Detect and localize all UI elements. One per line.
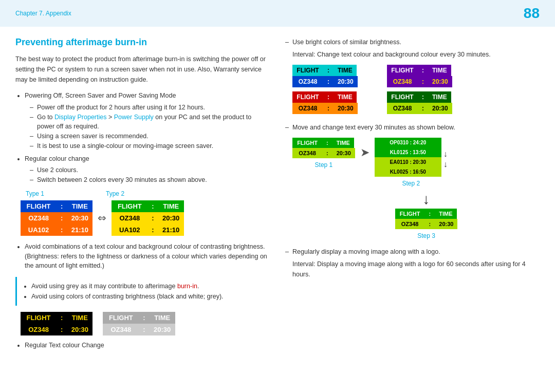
fb-cell: : <box>57 224 67 236</box>
steps-section: FLIGHT : TIME OZ348 : 20:30 Step 1 ➤ <box>292 138 540 239</box>
burnin-link[interactable]: burn-in <box>177 283 197 290</box>
step3-down-arrow-icon: ↓ <box>423 192 430 207</box>
fb-cell: FLIGHT <box>103 312 139 324</box>
warning-item-1: Avoid using grey as it may contribute to… <box>31 281 264 291</box>
fb-cell: OZ348 <box>292 76 323 87</box>
bullet-text-color-text: Regular Text colour Change <box>25 342 104 349</box>
chapter-label: Chapter 7. Appendix <box>15 10 71 17</box>
step2-board: OP0310 : 24:20 KL0125 : 13:50 EA0110 : 2… <box>375 138 441 177</box>
fb-cell: : <box>418 91 428 103</box>
fb-cell: FLIGHT <box>387 91 418 103</box>
fb-cell: 20:30 <box>334 103 358 114</box>
power-supply-link[interactable]: Power Supply <box>114 114 154 121</box>
main-content: Preventing afterimage burn-in The best w… <box>0 27 555 366</box>
sub-item-2: Go to Display Properties > Power Supply … <box>30 113 270 132</box>
step3-wrap: ↓ FLIGHT : TIME OZ348 : 20:30 Step 3 <box>313 192 540 239</box>
fb-cell: TIME <box>158 200 184 212</box>
color-board-1: FLIGHT : TIME OZ348 : 20:30 <box>292 65 383 87</box>
fb-cell: FLIGHT <box>387 65 418 76</box>
bullet-contrast-text: Avoid combinations of a text colour and … <box>25 243 267 270</box>
fb-cell: OZ348 <box>387 76 418 87</box>
fb-cell: OZ348 <box>103 324 139 335</box>
right-bullet-2-text: Move and change text every 30 minutes as… <box>292 124 455 131</box>
type1-label: Type 1 <box>26 190 44 197</box>
fb-cell: : <box>57 324 67 335</box>
color-board-3: FLIGHT : TIME OZ348 : 20:30 <box>292 91 383 114</box>
fb-cell: : <box>322 148 332 158</box>
flight-board-type1: FLIGHT : TIME OZ348 : 20:30 UA102 : 21:1… <box>21 200 92 236</box>
fb-cell: : <box>57 200 67 212</box>
bullet-power: Powering Off, Screen Saver and Power Sav… <box>25 91 270 151</box>
bullet-text-color: Regular Text colour Change <box>25 341 270 350</box>
sub-item-1: Power off the product for 2 hours after … <box>30 103 270 113</box>
fb-cell: 21:10 <box>158 224 184 236</box>
contrast-boards-row: FLIGHT : TIME OZ348 : 20:30 FLIGHT : TIM… <box>21 312 270 335</box>
step3-board: FLIGHT : TIME OZ348 : 20:30 <box>395 209 458 229</box>
fb-cell: FLIGHT <box>21 312 57 324</box>
fb-cell: : <box>323 65 334 76</box>
fb-cell: FLIGHT <box>292 138 322 148</box>
fb-cell: OZ348 <box>387 103 418 114</box>
steps-flow-row: FLIGHT : TIME OZ348 : 20:30 Step 1 ➤ <box>292 138 540 187</box>
fb-cell: OP0310 : 24:20 <box>375 138 441 147</box>
fb-cell: FLIGHT <box>21 200 57 212</box>
fb-cell: : <box>57 212 67 224</box>
swap-arrow-icon: ⇔ <box>98 212 106 224</box>
bullet-contrast: Avoid combinations of a text colour and … <box>25 242 270 271</box>
fb-cell: : <box>418 103 428 114</box>
right-bullet-3: Regularly display a moving image along w… <box>285 247 540 257</box>
fb-cell: TIME <box>332 138 354 148</box>
fb-cell: TIME <box>435 209 456 219</box>
page-header: Chapter 7. Appendix 88 <box>0 0 555 27</box>
fb-cell: OZ348 <box>21 324 57 335</box>
sub-switch: Switch between 2 colors every 30 minutes… <box>30 175 270 185</box>
bullet-color: Regular colour change Use 2 colours. Swi… <box>25 154 270 185</box>
fb-cell: TIME <box>428 91 451 103</box>
color-boards-grid: FLIGHT : TIME OZ348 : 20:30 FLIGHT : TIM… <box>292 65 477 114</box>
right-column: Use bright colors of similar brightness.… <box>285 37 540 356</box>
fb-cell: 20:30 <box>428 76 452 87</box>
type-labels-row: Type 1 Type 2 <box>26 190 270 197</box>
sub-item-3: Using a screen saver is recommended. <box>30 132 270 141</box>
sub-item-4: It is best to use a single-colour or mov… <box>30 141 270 151</box>
fb-cell: : <box>425 219 435 229</box>
fb-cell: TIME <box>428 65 451 76</box>
type2-label: Type 2 <box>106 190 124 197</box>
section-title: Preventing afterimage burn-in <box>15 37 270 48</box>
step2-down-arrows: ↓ ↓ <box>443 150 448 169</box>
color-board-2: FLIGHT : TIME OZ348 : 20:30 <box>387 65 477 87</box>
right-bullet-1-sub: Interval: Change text colour and backgro… <box>285 49 540 60</box>
fb-cell: EA0110 : 20:30 <box>375 157 441 167</box>
fb-cell: FLIGHT <box>112 200 147 212</box>
warning-list: Avoid using grey as it may contribute to… <box>23 281 264 302</box>
fb-cell: : <box>418 76 428 87</box>
fb-cell: : <box>425 209 435 219</box>
fb-cell: 20:30 <box>334 76 358 87</box>
fb-cell: : <box>147 224 158 236</box>
fb-cell: 20:30 <box>435 219 457 229</box>
fb-cell: OZ348 <box>292 103 323 114</box>
fb-cell: 20:30 <box>428 103 452 114</box>
step-right-arrow-icon: ➤ <box>360 146 369 159</box>
bullet-power-text: Powering Off, Screen Saver and Power Sav… <box>25 92 176 99</box>
fb-cell: 21:10 <box>67 224 92 236</box>
fb-cell: FLIGHT <box>395 209 425 219</box>
fb-cell: : <box>322 138 332 148</box>
step1-block: FLIGHT : TIME OZ348 : 20:30 Step 1 <box>292 138 355 169</box>
fb-cell: : <box>147 200 158 212</box>
display-props-link[interactable]: Display Properties <box>54 114 106 121</box>
fb-cell: : <box>139 312 149 324</box>
main-bullets: Powering Off, Screen Saver and Power Sav… <box>15 91 270 185</box>
fb-cell: : <box>323 103 334 114</box>
bullet-color-text: Regular colour change <box>25 155 89 162</box>
fb-cell: 20:30 <box>332 148 355 158</box>
fb-cell: : <box>323 91 334 103</box>
warning-item-2: Avoid using colors of contrasting bright… <box>31 291 264 302</box>
fb-cell: : <box>418 65 428 76</box>
flight-boards-comparison: FLIGHT : TIME OZ348 : 20:30 UA102 : 21:1… <box>21 200 270 236</box>
main-bullets-2: Avoid combinations of a text colour and … <box>15 242 270 271</box>
main-bullets-3: Regular Text colour Change <box>15 341 270 350</box>
fb-cell: 20:30 <box>67 212 92 224</box>
fb-cell: TIME <box>67 312 92 324</box>
fb-cell: UA102 <box>21 224 57 236</box>
